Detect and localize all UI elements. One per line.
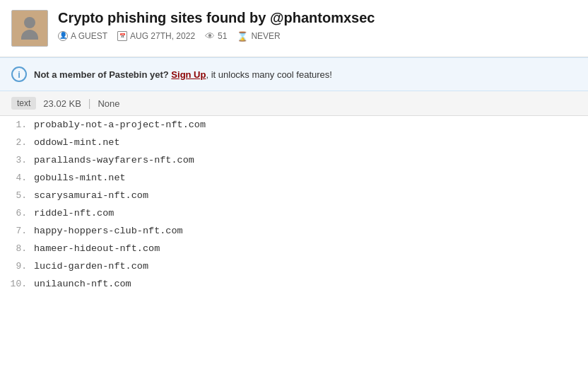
expiry-label: NEVER (251, 31, 280, 41)
line-content: unilaunch-nft.com (34, 277, 131, 291)
sign-up-link[interactable]: Sign Up (171, 69, 206, 80)
table-row: 9.lucid-garden-nft.com (0, 257, 588, 275)
line-number: 8. (0, 243, 34, 254)
meta-date: 📅 AUG 27TH, 2022 (117, 31, 195, 41)
toolbar: text 23.02 KB | None (0, 91, 588, 116)
post-title: Crypto phishing sites found by @phantomx… (58, 10, 375, 26)
table-row: 7.happy-hoppers-club-nft.com (0, 222, 588, 240)
line-number: 4. (0, 173, 34, 183)
line-content: probably-not-a-project-nft.com (34, 118, 206, 132)
post-info: Crypto phishing sites found by @phantomx… (58, 10, 375, 42)
line-content: parallands-wayfarers-nft.com (34, 153, 194, 167)
eye-icon: 👁 (205, 30, 215, 42)
line-content: gobulls-mint.net (34, 171, 126, 185)
line-number: 2. (0, 137, 34, 148)
table-row: 1.probably-not-a-project-nft.com (0, 116, 588, 134)
avatar-head (24, 17, 35, 28)
table-row: 2.oddowl-mint.net (0, 134, 588, 151)
language-label: None (98, 98, 119, 109)
line-content: hameer-hideout-nft.com (34, 242, 160, 255)
table-row: 4.gobulls-mint.net (0, 169, 588, 187)
line-number: 6. (0, 208, 34, 219)
table-row: 6.riddel-nft.com (0, 204, 588, 222)
table-row: 10.unilaunch-nft.com (0, 275, 588, 293)
views-label: 51 (218, 31, 227, 41)
post-meta: 👤 A GUEST 📅 AUG 27TH, 2022 👁 51 ⌛ NEVER (58, 30, 375, 42)
line-content: oddowl-mint.net (34, 136, 120, 149)
post-header: Crypto phishing sites found by @phantomx… (0, 0, 588, 57)
line-content: scarysamurai-nft.com (34, 189, 148, 202)
meta-views: 👁 51 (205, 30, 227, 42)
table-row: 8.hameer-hideout-nft.com (0, 240, 588, 257)
user-icon: 👤 (58, 31, 68, 41)
meta-author: 👤 A GUEST (58, 31, 107, 41)
line-number: 3. (0, 155, 34, 165)
line-number: 9. (0, 261, 34, 272)
line-number: 5. (0, 190, 34, 201)
line-number: 7. (0, 226, 34, 236)
info-icon: i (11, 66, 27, 82)
code-listing: 1.probably-not-a-project-nft.com2.oddowl… (0, 116, 588, 293)
info-text: Not a member of Pastebin yet? Sign Up, i… (34, 69, 332, 80)
line-number: 10. (0, 279, 34, 289)
date-label: AUG 27TH, 2022 (130, 31, 195, 41)
calendar-icon: 📅 (117, 31, 127, 41)
meta-expiry: ⌛ NEVER (237, 31, 280, 42)
avatar (11, 10, 48, 47)
line-content: lucid-garden-nft.com (34, 260, 148, 273)
table-row: 3.parallands-wayfarers-nft.com (0, 151, 588, 169)
format-badge: text (11, 97, 36, 110)
clock-icon: ⌛ (237, 31, 248, 42)
line-content: happy-hoppers-club-nft.com (34, 224, 183, 238)
table-row: 5.scarysamurai-nft.com (0, 187, 588, 204)
avatar-figure (21, 17, 38, 40)
file-size: 23.02 KB (43, 98, 81, 109)
line-content: riddel-nft.com (34, 206, 114, 220)
line-number: 1. (0, 120, 34, 130)
info-banner: i Not a member of Pastebin yet? Sign Up,… (0, 57, 588, 91)
avatar-body (21, 30, 38, 40)
separator: | (88, 98, 91, 109)
author-label: A GUEST (71, 31, 107, 41)
